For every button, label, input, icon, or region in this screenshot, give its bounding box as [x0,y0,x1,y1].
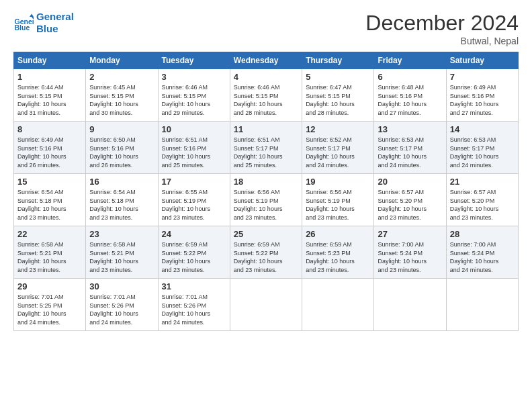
calendar-cell: 12Sunrise: 6:52 AM Sunset: 5:17 PM Dayli… [302,122,374,174]
day-info: Sunrise: 6:59 AM Sunset: 5:22 PM Dayligh… [162,240,226,274]
day-number: 28 [450,229,515,239]
day-info: Sunrise: 6:49 AM Sunset: 5:16 PM Dayligh… [450,83,515,117]
day-info: Sunrise: 6:58 AM Sunset: 5:21 PM Dayligh… [17,240,82,274]
weekday-header-wednesday: Wednesday [230,52,302,69]
day-info: Sunrise: 6:46 AM Sunset: 5:15 PM Dayligh… [234,83,298,117]
day-info: Sunrise: 7:00 AM Sunset: 5:24 PM Dayligh… [378,240,442,274]
day-info: Sunrise: 7:01 AM Sunset: 5:26 PM Dayligh… [162,293,226,326]
day-number: 25 [234,229,298,239]
day-number: 26 [306,229,370,239]
calendar-cell: 6Sunrise: 6:48 AM Sunset: 5:16 PM Daylig… [374,69,446,122]
day-info: Sunrise: 6:57 AM Sunset: 5:20 PM Dayligh… [378,188,442,222]
logo-icon: General Blue [13,13,34,33]
calendar-cell: 9Sunrise: 6:50 AM Sunset: 5:16 PM Daylig… [86,122,158,174]
weekday-header-sunday: Sunday [14,52,86,69]
day-number: 7 [450,72,515,82]
day-info: Sunrise: 7:00 AM Sunset: 5:24 PM Dayligh… [450,240,515,274]
day-number: 10 [162,124,226,134]
day-number: 24 [162,229,226,239]
day-number: 11 [234,124,298,134]
weekday-header-row: SundayMondayTuesdayWednesdayThursdayFrid… [14,52,519,69]
calendar-cell: 10Sunrise: 6:51 AM Sunset: 5:16 PM Dayli… [158,122,230,174]
title-block: December 2024 Butwal, Nepal [365,11,519,46]
calendar-cell [230,279,302,331]
day-number: 5 [306,72,370,82]
day-info: Sunrise: 6:51 AM Sunset: 5:17 PM Dayligh… [234,136,298,169]
calendar-table: SundayMondayTuesdayWednesdayThursdayFrid… [13,52,519,331]
calendar-cell: 3Sunrise: 6:46 AM Sunset: 5:15 PM Daylig… [158,69,230,122]
header: General Blue General Blue December 2024 … [13,11,519,46]
day-number: 21 [450,177,515,187]
calendar-cell: 8Sunrise: 6:49 AM Sunset: 5:16 PM Daylig… [14,122,86,174]
calendar-cell: 14Sunrise: 6:53 AM Sunset: 5:17 PM Dayli… [446,122,518,174]
day-number: 18 [234,177,298,187]
calendar-cell: 29Sunrise: 7:01 AM Sunset: 5:25 PM Dayli… [14,279,86,331]
logo: General Blue General Blue [13,11,74,35]
weekday-header-thursday: Thursday [302,52,374,69]
day-info: Sunrise: 6:53 AM Sunset: 5:17 PM Dayligh… [450,136,515,169]
day-info: Sunrise: 6:51 AM Sunset: 5:16 PM Dayligh… [162,136,226,169]
week-row-2: 8Sunrise: 6:49 AM Sunset: 5:16 PM Daylig… [14,122,519,174]
day-info: Sunrise: 6:56 AM Sunset: 5:19 PM Dayligh… [306,188,370,222]
calendar-cell: 20Sunrise: 6:57 AM Sunset: 5:20 PM Dayli… [374,174,446,226]
weekday-header-tuesday: Tuesday [158,52,230,69]
day-number: 12 [306,124,370,134]
day-info: Sunrise: 6:48 AM Sunset: 5:16 PM Dayligh… [378,83,442,117]
day-number: 23 [89,229,154,239]
weekday-header-saturday: Saturday [446,52,518,69]
day-number: 30 [89,281,154,291]
week-row-1: 1Sunrise: 6:44 AM Sunset: 5:15 PM Daylig… [14,69,519,122]
day-number: 17 [162,177,226,187]
day-number: 1 [17,72,82,82]
day-number: 14 [450,124,515,134]
week-row-5: 29Sunrise: 7:01 AM Sunset: 5:25 PM Dayli… [14,279,519,331]
calendar-cell: 28Sunrise: 7:00 AM Sunset: 5:24 PM Dayli… [446,226,518,279]
day-number: 9 [89,124,154,134]
weekday-header-monday: Monday [86,52,158,69]
day-number: 13 [378,124,442,134]
calendar-cell: 23Sunrise: 6:58 AM Sunset: 5:21 PM Dayli… [86,226,158,279]
day-number: 3 [162,72,226,82]
day-info: Sunrise: 6:49 AM Sunset: 5:16 PM Dayligh… [17,136,82,169]
calendar-cell: 1Sunrise: 6:44 AM Sunset: 5:15 PM Daylig… [14,69,86,122]
day-info: Sunrise: 6:52 AM Sunset: 5:17 PM Dayligh… [306,136,370,169]
calendar-cell: 18Sunrise: 6:56 AM Sunset: 5:19 PM Dayli… [230,174,302,226]
calendar-cell: 16Sunrise: 6:54 AM Sunset: 5:18 PM Dayli… [86,174,158,226]
day-info: Sunrise: 6:46 AM Sunset: 5:15 PM Dayligh… [162,83,226,117]
day-info: Sunrise: 6:54 AM Sunset: 5:18 PM Dayligh… [89,188,154,222]
calendar-cell: 22Sunrise: 6:58 AM Sunset: 5:21 PM Dayli… [14,226,86,279]
svg-marker-2 [30,14,34,17]
calendar-cell: 25Sunrise: 6:59 AM Sunset: 5:22 PM Dayli… [230,226,302,279]
day-number: 22 [17,229,82,239]
day-number: 19 [306,177,370,187]
day-info: Sunrise: 6:59 AM Sunset: 5:22 PM Dayligh… [234,240,298,274]
location: Butwal, Nepal [365,36,519,46]
month-title: December 2024 [365,11,519,36]
day-info: Sunrise: 6:53 AM Sunset: 5:17 PM Dayligh… [378,136,442,169]
calendar-cell: 7Sunrise: 6:49 AM Sunset: 5:16 PM Daylig… [446,69,518,122]
calendar-cell: 31Sunrise: 7:01 AM Sunset: 5:26 PM Dayli… [158,279,230,331]
day-number: 31 [162,281,226,291]
calendar-cell: 17Sunrise: 6:55 AM Sunset: 5:19 PM Dayli… [158,174,230,226]
day-info: Sunrise: 6:56 AM Sunset: 5:19 PM Dayligh… [234,188,298,222]
week-row-3: 15Sunrise: 6:54 AM Sunset: 5:18 PM Dayli… [14,174,519,226]
calendar-body: 1Sunrise: 6:44 AM Sunset: 5:15 PM Daylig… [14,69,519,331]
calendar-cell: 5Sunrise: 6:47 AM Sunset: 5:15 PM Daylig… [302,69,374,122]
calendar-cell: 15Sunrise: 6:54 AM Sunset: 5:18 PM Dayli… [14,174,86,226]
week-row-4: 22Sunrise: 6:58 AM Sunset: 5:21 PM Dayli… [14,226,519,279]
day-number: 27 [378,229,442,239]
calendar-cell: 24Sunrise: 6:59 AM Sunset: 5:22 PM Dayli… [158,226,230,279]
calendar-cell: 21Sunrise: 6:57 AM Sunset: 5:20 PM Dayli… [446,174,518,226]
logo-line2: Blue [36,23,74,35]
calendar-cell [302,279,374,331]
calendar-cell: 2Sunrise: 6:45 AM Sunset: 5:15 PM Daylig… [86,69,158,122]
day-info: Sunrise: 6:57 AM Sunset: 5:20 PM Dayligh… [450,188,515,222]
day-number: 4 [234,72,298,82]
day-number: 6 [378,72,442,82]
calendar-cell: 30Sunrise: 7:01 AM Sunset: 5:26 PM Dayli… [86,279,158,331]
calendar-cell [446,279,518,331]
page: General Blue General Blue December 2024 … [0,0,532,411]
day-number: 15 [17,177,82,187]
calendar-cell: 26Sunrise: 6:59 AM Sunset: 5:23 PM Dayli… [302,226,374,279]
calendar-cell [374,279,446,331]
